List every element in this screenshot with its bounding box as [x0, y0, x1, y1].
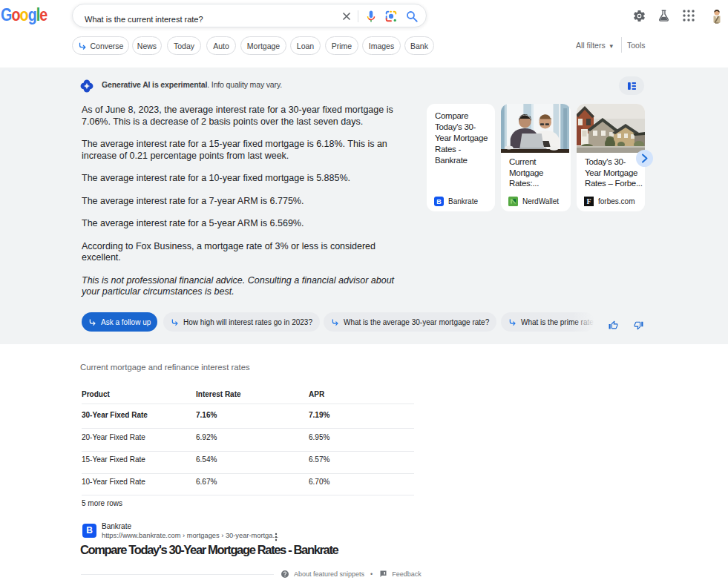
svg-text:B: B: [436, 198, 442, 205]
svg-text:F: F: [586, 197, 591, 205]
